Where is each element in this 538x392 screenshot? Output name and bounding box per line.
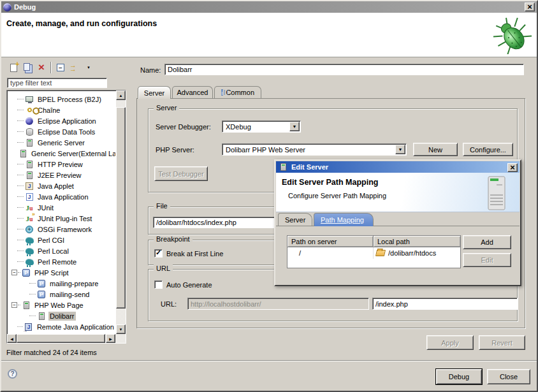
tree-item-bpel-process[interactable]: BPEL Process (B2J) [8, 94, 115, 105]
folder-icon [375, 250, 386, 256]
perl-icon [25, 258, 34, 266]
php-server-label: PHP Server: [156, 146, 194, 154]
apply-button: Apply [426, 335, 474, 350]
tree-item-j2ee-preview[interactable]: J2EE Preview [8, 170, 115, 180]
url-group-title: URL [154, 265, 173, 272]
configure-server-button[interactable]: Configure... [463, 143, 513, 156]
toolbar-menu-arrow-icon[interactable] [82, 61, 96, 74]
toolbar-separator [50, 62, 52, 73]
tree-item-http-preview[interactable]: HTTP Preview [8, 159, 115, 170]
duplicate-configuration-icon[interactable] [20, 61, 34, 74]
server-tower-icon [483, 175, 511, 212]
vertical-scroll-thumb[interactable] [116, 107, 126, 309]
java-icon [25, 192, 34, 201]
applet-icon [25, 182, 34, 190]
tree-item-mailing-prepare[interactable]: mailing-prepare [8, 278, 115, 289]
edit-mapping-button: Edit [463, 253, 511, 267]
auto-generate-checkbox[interactable] [154, 280, 163, 289]
tab-advanced[interactable]: Advanced [172, 86, 213, 98]
break-first-line-label: Break at First Line [166, 250, 223, 258]
scroll-up-icon[interactable]: ▲ [116, 91, 126, 100]
tree-vertical-scrollbar[interactable]: ▲ ▼ [116, 91, 126, 334]
tree-item-chaine[interactable]: Chaîne [8, 105, 115, 115]
collapse-all-icon[interactable] [54, 61, 68, 74]
scroll-right-icon[interactable]: ▶ [106, 334, 115, 343]
dialog-header: Edit Server Path Mapping Configure Serve… [276, 173, 520, 212]
tree-item-junit-plugin-test[interactable]: JUnit Plug-in Test [8, 213, 115, 224]
server-icon [279, 163, 287, 171]
dialog-subheading: Configure Server Path Mapping [288, 192, 386, 200]
tree-item-dolibarr[interactable]: Dolibarr [8, 310, 115, 321]
eclipse-icon [25, 117, 34, 125]
chain-icon [25, 106, 34, 114]
php-server-select[interactable]: Dolibarr PHP Web Server ▼ [222, 143, 407, 156]
server-icon [25, 171, 34, 179]
name-label: Name: [140, 66, 161, 74]
filter-icon[interactable] [68, 61, 82, 74]
dialog-tab-path-mapping[interactable]: Path Mapping [314, 213, 374, 226]
chevron-down-icon[interactable]: ▼ [395, 145, 405, 154]
collapse-expander[interactable] [11, 270, 17, 275]
tree-item-java-application[interactable]: Java Application [8, 191, 115, 202]
php-icon [22, 268, 31, 277]
scroll-down-icon[interactable]: ▼ [116, 324, 126, 334]
tree-item-php-web-page[interactable]: PHP Web Page [8, 300, 115, 310]
eclipse-icon [3, 3, 11, 11]
column-header-local-path[interactable]: Local path [374, 236, 460, 247]
remote-java-icon [24, 323, 33, 331]
revert-button: Revert [479, 335, 525, 350]
window-close-button[interactable] [525, 3, 535, 11]
filter-input[interactable] [7, 78, 107, 88]
tree-item-generic-server[interactable]: Generic Server [8, 137, 115, 148]
collapse-expander[interactable] [11, 302, 17, 308]
table-cell-local-path[interactable]: /dolibarr/htdocs [374, 247, 460, 259]
delete-configuration-icon[interactable] [34, 61, 48, 74]
table-cell-server-path[interactable]: / [287, 247, 374, 259]
column-header-path-on-server[interactable]: Path on server [287, 236, 374, 247]
tab-common[interactable]: Common [214, 86, 261, 98]
horizontal-scroll-thumb[interactable] [17, 334, 105, 343]
tree-item-mailing-send[interactable]: mailing-send [8, 289, 115, 300]
tree-item-remote-java-application[interactable]: Remote Java Application [8, 321, 115, 332]
help-icon[interactable]: ? [8, 369, 17, 379]
tree-item-osgi-framework[interactable]: OSGi Framework [8, 224, 115, 235]
tree-item-eclipse-data-tools[interactable]: Eclipse Data Tools [8, 126, 115, 137]
name-input[interactable] [164, 64, 524, 75]
dialog-title: Edit Server [291, 163, 328, 171]
tree-horizontal-scrollbar[interactable]: ◀ ▶ [7, 334, 126, 343]
tree-item-perl-local[interactable]: Perl Local [8, 245, 115, 256]
tab-server[interactable]: Server [138, 86, 171, 99]
tree-item-php-script[interactable]: PHP Script [8, 267, 115, 278]
path-mapping-table[interactable]: Path on server Local path / /dolibarr/ht… [287, 235, 461, 268]
chevron-down-icon[interactable]: ▼ [289, 122, 300, 131]
tree-item-perl-remote[interactable]: Perl Remote [8, 256, 115, 267]
junit-plugin-icon [25, 214, 34, 222]
scroll-left-icon[interactable]: ◀ [7, 334, 17, 343]
dialog-tab-server[interactable]: Server [278, 213, 312, 226]
edit-server-dialog: Edit Server Edit Server Path Mapping Con… [274, 159, 521, 286]
configurations-toolbar [6, 60, 96, 75]
filter-status: Filter matched 24 of 24 items [6, 349, 97, 356]
server-icon [18, 149, 27, 157]
tree-item-eclipse-application[interactable]: Eclipse Application [8, 115, 115, 126]
footer-divider [1, 360, 537, 361]
base-url-input [187, 298, 369, 310]
debug-button[interactable]: Debug [436, 369, 482, 384]
new-server-button[interactable]: New [413, 143, 458, 156]
server-debugger-select[interactable]: XDebug ▼ [222, 120, 301, 133]
tree-item-java-applet[interactable]: Java Applet [8, 180, 115, 191]
new-configuration-icon[interactable] [6, 61, 20, 74]
dialog-titlebar: Edit Server [276, 161, 520, 173]
table-icon [221, 89, 223, 96]
dialog-heading: Edit Server Path Mapping [282, 178, 378, 187]
test-debugger-button: Test Debugger [154, 166, 208, 181]
close-button[interactable]: Close [487, 369, 530, 384]
tree-item-generic-server-external[interactable]: Generic Server(External La [8, 148, 115, 159]
break-first-line-checkbox[interactable] [154, 249, 163, 258]
url-path-input[interactable] [372, 298, 518, 310]
banner-title: Create, manage, and run configurations [6, 19, 157, 28]
add-mapping-button[interactable]: Add [463, 235, 511, 249]
dialog-close-button[interactable] [507, 163, 518, 172]
tree-item-junit[interactable]: JUnit [8, 202, 115, 213]
tree-item-perl-cgi[interactable]: Perl CGI [8, 235, 115, 245]
